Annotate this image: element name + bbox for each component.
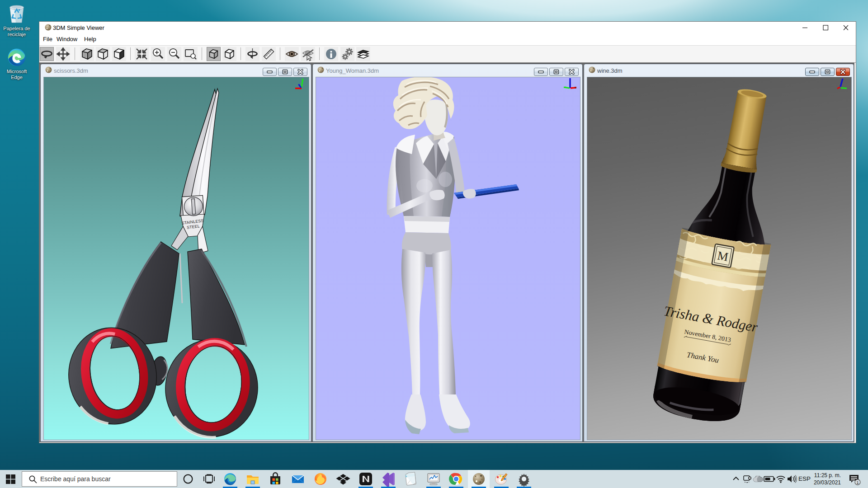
- svg-text:1: 1: [856, 480, 859, 485]
